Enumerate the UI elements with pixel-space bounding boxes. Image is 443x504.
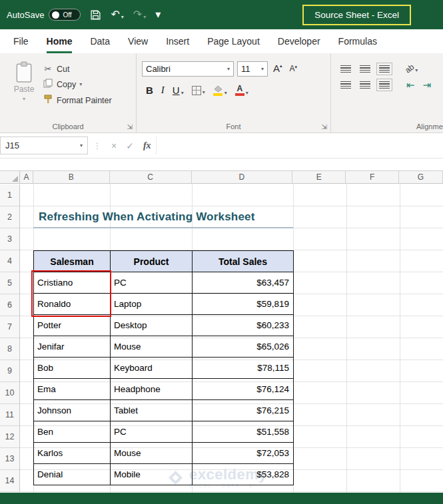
italic-button[interactable]: I [161, 85, 165, 96]
cut-button[interactable]: ✂ Cut [43, 64, 112, 74]
cell-salesman[interactable]: Ronaldo [34, 294, 111, 315]
cell-sales[interactable]: $63,457 [193, 272, 294, 294]
column-header-b[interactable]: B [33, 171, 110, 183]
align-center-button[interactable] [360, 81, 370, 89]
row-header[interactable]: 10 [0, 382, 19, 404]
cell-sales[interactable]: $60,233 [193, 315, 294, 336]
top-align-button[interactable] [340, 65, 351, 73]
cell-product[interactable]: Keyboard [111, 358, 193, 379]
header-cell-product[interactable]: Product [111, 251, 193, 272]
cell-salesman[interactable]: Ema [34, 379, 111, 400]
autosave-switch[interactable]: Off [49, 9, 81, 21]
cell-salesman[interactable]: Potter [34, 315, 111, 336]
cell-product[interactable]: Desktop [111, 315, 193, 336]
clipboard-dialog-launcher-icon[interactable]: ⇲ [127, 123, 133, 130]
header-cell-salesman[interactable]: Salesman [34, 251, 111, 272]
paste-button[interactable]: Paste ▾ [5, 57, 43, 121]
cell-product[interactable]: Headphone [111, 379, 193, 400]
cell-salesman[interactable]: Ben [34, 421, 111, 443]
cell-salesman[interactable]: Cristiano [34, 272, 111, 294]
tab-page-layout[interactable]: Page Layout [207, 29, 260, 53]
font-dialog-launcher-icon[interactable]: ⇲ [322, 123, 327, 130]
cell-product[interactable]: PC [111, 421, 193, 443]
tab-developer[interactable]: Developer [278, 29, 320, 53]
increase-indent-button[interactable]: ⇥ [423, 80, 432, 90]
cell-salesman[interactable]: Karlos [34, 443, 111, 464]
name-box[interactable]: J15 ▾ [0, 136, 88, 154]
tab-view[interactable]: View [128, 29, 148, 53]
cell-salesman[interactable]: Denial [34, 464, 111, 485]
decrease-indent-button[interactable]: ⇤ [406, 80, 415, 90]
header-cell-total-sales[interactable]: Total Sales [193, 251, 294, 272]
column-header-d[interactable]: D [192, 171, 293, 183]
row-header[interactable]: 6 [0, 294, 19, 316]
undo-button[interactable]: ↶ ▾ [111, 9, 123, 20]
cell-product[interactable]: Mouse [111, 336, 193, 358]
column-header-f[interactable]: F [346, 171, 399, 183]
column-header-a[interactable]: A [20, 171, 33, 183]
bold-button[interactable]: B [146, 85, 153, 96]
cell-sales[interactable]: $72,053 [193, 443, 294, 464]
copy-button[interactable]: Copy ▾ [43, 79, 112, 90]
bottom-align-button[interactable] [379, 65, 390, 73]
fill-color-button[interactable]: ▾ [213, 85, 227, 96]
formula-input[interactable] [156, 136, 443, 154]
tab-data[interactable]: Data [90, 29, 110, 53]
column-header-g[interactable]: G [399, 171, 443, 183]
column-header-c[interactable]: C [110, 171, 192, 183]
cell-product[interactable]: PC [111, 272, 193, 294]
cell-sales[interactable]: $53,828 [193, 464, 294, 485]
row-header[interactable]: 2 [0, 206, 19, 228]
row-header[interactable]: 9 [0, 360, 19, 382]
redo-button[interactable]: ↷ ▾ [133, 9, 146, 20]
font-size-select[interactable]: 11 ▾ [237, 61, 268, 77]
cell-sales[interactable]: $65,026 [193, 336, 294, 358]
font-family-select[interactable]: Calibri ▾ [142, 61, 234, 77]
cell-product[interactable]: Mouse [111, 443, 193, 464]
row-header[interactable]: 7 [0, 316, 19, 338]
quick-access-customize-button[interactable]: ▾ [155, 9, 161, 20]
row-header[interactable]: 12 [0, 426, 19, 448]
insert-function-button[interactable]: fx [143, 140, 151, 151]
orientation-button[interactable]: ab ▾ [405, 64, 418, 73]
tab-formulas[interactable]: Formulas [338, 29, 377, 53]
select-all-corner[interactable] [0, 171, 20, 183]
row-header[interactable]: 8 [0, 338, 19, 360]
cell-sales[interactable]: $51,558 [193, 421, 294, 443]
format-painter-button[interactable]: Format Painter [43, 95, 112, 106]
align-right-button[interactable] [379, 81, 390, 89]
cell-sales[interactable]: $76,215 [193, 400, 294, 421]
row-header[interactable]: 14 [0, 470, 19, 492]
row-header[interactable]: 11 [0, 404, 19, 426]
cell-sales[interactable]: $59,819 [193, 294, 294, 315]
row-header[interactable]: 4 [0, 250, 19, 272]
row-header[interactable]: 13 [0, 448, 19, 470]
enter-button[interactable]: ✓ [126, 140, 134, 151]
tab-home[interactable]: Home [47, 29, 73, 53]
row-header[interactable]: 3 [0, 228, 19, 250]
align-left-button[interactable] [340, 81, 351, 89]
cell-salesman[interactable]: Bob [34, 358, 111, 379]
cell-product[interactable]: Laptop [111, 294, 193, 315]
shrink-font-button[interactable]: A▾ [288, 65, 300, 73]
borders-button[interactable]: ▾ [192, 86, 205, 95]
autosave-toggle[interactable]: AutoSave Off [7, 9, 81, 21]
tab-insert[interactable]: Insert [166, 29, 189, 53]
cell-salesman[interactable]: Johnson [34, 400, 111, 421]
cancel-button[interactable]: × [111, 140, 117, 151]
tab-file[interactable]: File [13, 29, 29, 53]
row-header[interactable]: 5 [0, 272, 19, 294]
worksheet-title-cell[interactable]: Refreshing When Activating Worksheet [33, 207, 293, 228]
underline-button[interactable]: U ▾ [173, 85, 184, 96]
column-header-e[interactable]: E [292, 171, 346, 183]
font-color-button[interactable]: A ▾ [235, 85, 248, 96]
row-header[interactable]: 1 [0, 184, 19, 206]
cell-sales[interactable]: $76,124 [193, 379, 294, 400]
save-button[interactable] [90, 9, 101, 21]
cell-sales[interactable]: $78,115 [193, 358, 294, 379]
middle-align-button[interactable] [360, 65, 370, 73]
cell-product[interactable]: Mobile [111, 464, 193, 485]
grow-font-button[interactable]: A▴ [271, 63, 284, 75]
cell-product[interactable]: Tablet [111, 400, 193, 421]
cell-salesman[interactable]: Jenifar [34, 336, 111, 358]
